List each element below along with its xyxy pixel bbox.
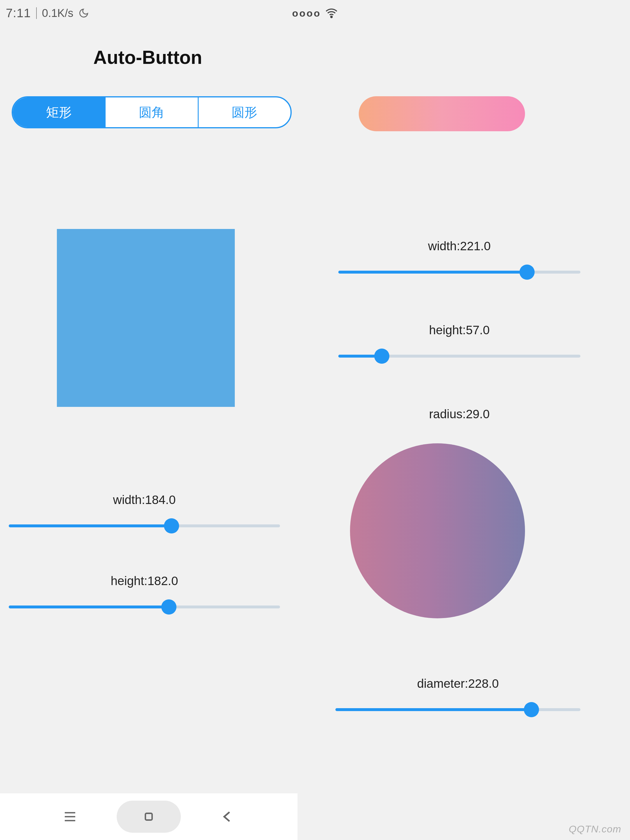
wifi-icon bbox=[325, 7, 338, 19]
page-title: Auto-Button bbox=[93, 47, 202, 68]
slider-thumb[interactable] bbox=[164, 518, 179, 534]
home-button[interactable] bbox=[117, 801, 181, 833]
status-time: 7:11 bbox=[6, 6, 31, 20]
status-bar: 7:11 0.1K/s oooo bbox=[0, 0, 630, 26]
pill-radius-label: radius:29.0 bbox=[338, 407, 580, 421]
status-left: 7:11 0.1K/s bbox=[6, 6, 89, 20]
slider-thumb[interactable] bbox=[519, 265, 535, 280]
pill-width-slider[interactable] bbox=[338, 265, 580, 279]
pill-radius-row: radius:29.0 bbox=[338, 407, 580, 433]
status-center: oooo bbox=[292, 7, 338, 19]
status-divider bbox=[36, 7, 37, 19]
slider-thumb[interactable] bbox=[161, 599, 177, 614]
tab-rounded[interactable]: 圆角 bbox=[106, 98, 198, 127]
back-button[interactable] bbox=[216, 805, 239, 828]
recent-apps-button[interactable] bbox=[58, 805, 82, 828]
square-controls: width:184.0 height:182.0 bbox=[9, 493, 280, 655]
pill-height-slider[interactable] bbox=[338, 349, 580, 363]
square-preview bbox=[57, 229, 235, 407]
square-height-slider[interactable] bbox=[9, 600, 280, 614]
square-height-row: height:182.0 bbox=[9, 574, 280, 614]
pill-width-label: width:221.0 bbox=[338, 239, 580, 253]
rounded-pill-preview bbox=[359, 96, 525, 131]
circle-diameter-row: diameter:228.0 bbox=[335, 677, 580, 717]
slider-thumb[interactable] bbox=[524, 702, 539, 717]
signal-icon: oooo bbox=[292, 8, 321, 19]
slider-fill bbox=[338, 271, 527, 273]
moon-icon bbox=[79, 8, 89, 18]
tab-circle[interactable]: 圆形 bbox=[199, 98, 291, 127]
svg-point-0 bbox=[331, 16, 332, 17]
watermark: QQTN.com bbox=[569, 823, 621, 835]
navigation-bar bbox=[0, 793, 297, 840]
circle-controls: diameter:228.0 bbox=[335, 677, 580, 717]
slider-thumb[interactable] bbox=[374, 349, 389, 364]
pill-height-label: height:57.0 bbox=[338, 323, 580, 337]
status-network-speed: 0.1K/s bbox=[42, 7, 74, 19]
square-height-label: height:182.0 bbox=[9, 574, 280, 588]
slider-fill bbox=[9, 605, 169, 608]
pill-height-row: height:57.0 bbox=[338, 323, 580, 363]
square-width-slider[interactable] bbox=[9, 519, 280, 533]
slider-fill bbox=[335, 708, 531, 711]
svg-rect-4 bbox=[145, 813, 152, 820]
square-width-row: width:184.0 bbox=[9, 493, 280, 533]
shape-tabs: 矩形 圆角 圆形 bbox=[12, 96, 292, 128]
circle-diameter-label: diameter:228.0 bbox=[335, 677, 580, 691]
square-width-label: width:184.0 bbox=[9, 493, 280, 507]
slider-fill bbox=[9, 524, 172, 527]
tab-rect[interactable]: 矩形 bbox=[13, 98, 106, 127]
circle-preview bbox=[350, 443, 525, 618]
pill-controls: width:221.0 height:57.0 radius:29.0 bbox=[338, 239, 580, 477]
pill-width-row: width:221.0 bbox=[338, 239, 580, 279]
circle-diameter-slider[interactable] bbox=[335, 702, 580, 717]
